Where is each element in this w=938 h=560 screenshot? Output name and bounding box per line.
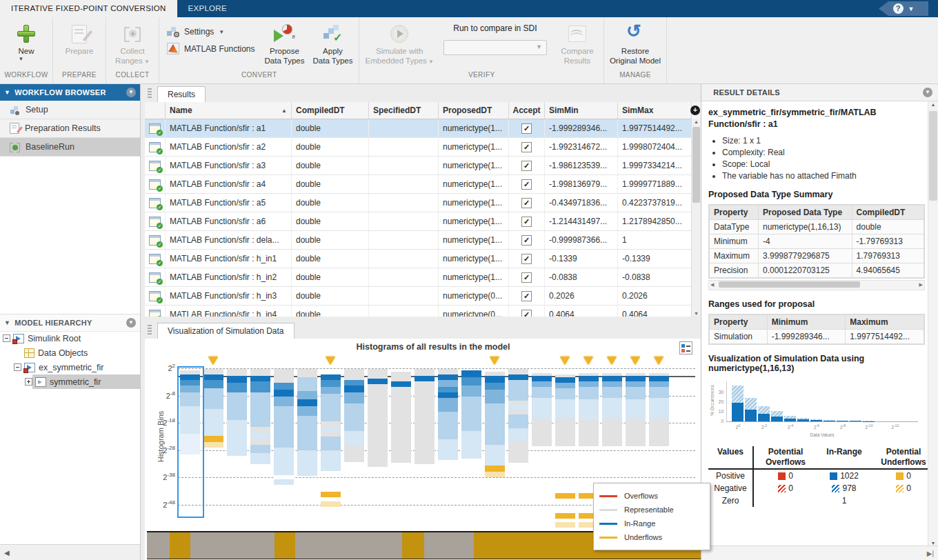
workflow-item-preparation-results[interactable]: Preparation Results <box>0 119 140 138</box>
accept-checkbox[interactable]: ✓ <box>521 142 532 152</box>
histogram-bar[interactable] <box>485 372 505 477</box>
scrollbar-thumb[interactable] <box>719 281 860 288</box>
accept-checkbox[interactable]: ✓ <box>521 272 532 283</box>
panel-menu-icon[interactable]: ▼ <box>126 318 136 328</box>
histogram-bar[interactable] <box>321 374 341 471</box>
drag-grip-icon[interactable] <box>148 325 152 336</box>
histogram-bar[interactable] <box>203 369 223 448</box>
add-column-button[interactable]: + <box>690 106 700 115</box>
table-row[interactable]: MATLAB Function/sfir : a2doublenumericty… <box>145 138 701 157</box>
accept-checkbox[interactable]: ✓ <box>521 161 532 171</box>
new-button[interactable]: New▼ <box>2 19 50 71</box>
table-row[interactable]: MATLAB Function/sfir : h_in2doublenumeri… <box>145 268 701 287</box>
workflow-item-setup[interactable]: Setup <box>0 101 140 119</box>
table-row[interactable]: MATLAB Function/sfir : h_in3doublenumeri… <box>145 287 701 306</box>
column-compileddt[interactable]: CompiledDT <box>292 102 369 119</box>
expand-panel-button[interactable]: ▶| <box>927 550 934 557</box>
histogram-bar[interactable] <box>250 369 270 464</box>
table-row[interactable]: MATLAB Function/sfir : h_in1doublenumeri… <box>145 250 701 268</box>
sdi-run-select[interactable]: ▼ <box>443 40 547 55</box>
underflow-strip <box>321 501 341 507</box>
restore-original-model-button[interactable]: RestoreOriginal Model <box>606 19 664 71</box>
accept-checkbox[interactable]: ✓ <box>521 198 532 208</box>
panel-menu-icon[interactable]: ▼ <box>126 88 136 97</box>
column-proposeddt[interactable]: ProposedDT <box>439 102 509 119</box>
legend-toggle-icon[interactable] <box>679 341 692 354</box>
tree-item-simulink-root[interactable]: Simulink Root <box>0 331 140 346</box>
tab-visualization[interactable]: Visualization of Simulation Data <box>157 323 295 339</box>
histogram-bar[interactable] <box>297 369 317 476</box>
histogram-bar[interactable] <box>344 369 364 462</box>
histogram-bar[interactable] <box>649 373 669 446</box>
result-icon <box>149 291 161 301</box>
histogram-bar[interactable] <box>415 369 435 464</box>
help-button[interactable]: ? ▼ <box>879 1 928 16</box>
accept-checkbox[interactable]: ✓ <box>521 310 532 317</box>
tab-explore[interactable]: EXPLORE <box>177 0 238 17</box>
histogram-bar[interactable] <box>626 373 646 446</box>
table-row[interactable]: MATLAB Function/sfir : a3doublenumericty… <box>145 157 701 175</box>
collapse-icon[interactable] <box>3 334 10 342</box>
collapse-sidebar-button[interactable]: ◀ <box>4 549 10 557</box>
scroll-down-icon[interactable]: ▼ <box>928 541 938 546</box>
tab-iterative-fixed-point-conversion[interactable]: ITERATIVE FIXED-POINT CONVERSION <box>0 0 177 17</box>
summary-table-scrollbar[interactable]: ◀ ▶ <box>708 280 925 290</box>
matlab-functions-button[interactable]: MATLAB Functions <box>167 43 255 54</box>
tree-item-symmetric-fir[interactable]: symmetric_fir <box>0 374 140 389</box>
tree-item-data-objects[interactable]: Data Objects <box>0 346 140 360</box>
accept-checkbox[interactable]: ✓ <box>521 235 532 246</box>
setup-icon <box>10 105 20 115</box>
model-hierarchy-header[interactable]: ▼ MODEL HIERARCHY ▼ <box>0 314 140 332</box>
settings-button[interactable]: Settings▼ <box>167 26 255 37</box>
scroll-right-icon[interactable]: ▶ <box>919 282 923 288</box>
apply-data-types-button[interactable]: ApplyData Types <box>308 19 357 71</box>
histogram-bar[interactable] <box>368 369 388 467</box>
accept-checkbox[interactable]: ✓ <box>521 254 532 264</box>
scroll-up-icon[interactable]: ▲ <box>692 119 701 124</box>
accept-checkbox[interactable]: ✓ <box>521 179 532 190</box>
result-details-header[interactable]: ▼ RESULT DETAILS ▼ <box>701 84 938 101</box>
column-accept[interactable]: Accept <box>509 102 545 119</box>
histogram-bar[interactable] <box>274 369 294 485</box>
table-row[interactable]: MATLAB Function/sfir : a5doublenumericty… <box>145 194 701 212</box>
table-row[interactable]: MATLAB Function/sfir : dela...doublenume… <box>145 231 701 250</box>
expand-icon[interactable] <box>25 378 32 386</box>
histogram-bar[interactable] <box>508 369 528 463</box>
scroll-down-icon[interactable]: ▼ <box>692 311 701 316</box>
tree-item-ex-symmetric-fir[interactable]: ex_symmetric_fir <box>0 360 140 374</box>
tab-results[interactable]: Results <box>157 86 206 102</box>
workflow-browser-header[interactable]: ▼ WORKFLOW BROWSER ▼ <box>0 84 140 101</box>
histogram-bar[interactable] <box>555 374 575 446</box>
propose-data-types-button[interactable]: ProposeData Types <box>260 19 308 71</box>
scrollbar-thumb[interactable] <box>692 127 700 203</box>
histogram-bar[interactable] <box>461 370 481 459</box>
panner-segment <box>170 532 190 559</box>
histogram-bar[interactable] <box>532 373 552 446</box>
scroll-left-icon[interactable]: ◀ <box>710 282 714 288</box>
run-to-compare-label: Run to compare in SDI <box>453 23 537 33</box>
table-row[interactable]: MATLAB Function/sfir : a1doublenumericty… <box>145 119 701 138</box>
accept-checkbox[interactable]: ✓ <box>521 123 532 134</box>
histogram-bar[interactable] <box>579 373 599 446</box>
table-row[interactable]: MATLAB Function/sfir : a4doublenumericty… <box>145 175 701 194</box>
histogram-bar[interactable] <box>227 369 247 456</box>
accept-checkbox[interactable]: ✓ <box>521 217 532 227</box>
drag-grip-icon[interactable] <box>148 88 152 99</box>
histogram-bar[interactable] <box>602 373 622 446</box>
column-simmin[interactable]: SimMin <box>545 102 618 119</box>
collapse-icon[interactable] <box>14 363 21 371</box>
accept-checkbox[interactable]: ✓ <box>521 291 532 301</box>
panel-menu-icon[interactable]: ▼ <box>923 88 932 97</box>
workflow-item-baselinerun[interactable]: BaselineRun <box>0 138 140 157</box>
results-scrollbar[interactable]: ▲ ▼ <box>691 119 701 317</box>
table-row[interactable]: MATLAB Function/sfir : a6doublenumericty… <box>145 212 701 231</box>
column-name[interactable]: Name▲ <box>166 102 292 119</box>
result-details-scrollbar[interactable]: ▲ ▼ <box>928 101 938 546</box>
histogram-bar[interactable] <box>438 369 458 460</box>
scrollbar-thumb[interactable] <box>929 111 937 201</box>
column-specifieddt[interactable]: SpecifiedDT <box>369 102 439 119</box>
histogram-bar[interactable] <box>391 372 411 463</box>
scroll-up-icon[interactable]: ▲ <box>928 102 938 107</box>
column-simmax[interactable]: SimMax <box>618 102 692 119</box>
table-row[interactable]: MATLAB Function/sfir : h_in4doublenumeri… <box>145 306 701 317</box>
